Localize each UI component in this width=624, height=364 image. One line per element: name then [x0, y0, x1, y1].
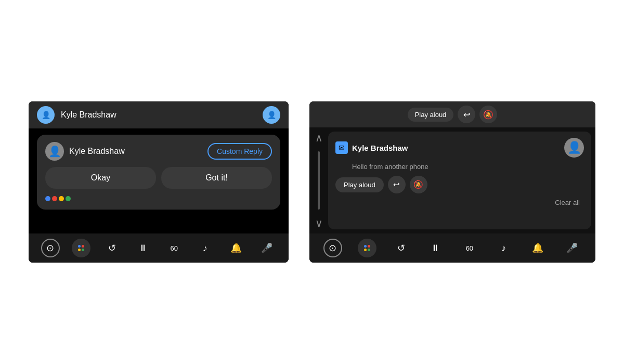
podcasts-button-left[interactable] [72, 239, 90, 257]
back-button-left[interactable]: ↺ [103, 239, 122, 257]
pd-green-r [368, 249, 370, 251]
dot-blue [45, 196, 50, 201]
bottom-nav-right: ⊙ ↺ ⏸ 60 ♪ 🔔 🎤 [309, 233, 595, 263]
music-button-left[interactable]: ♪ [196, 239, 214, 257]
pd-green [82, 249, 84, 251]
pause-button-right[interactable]: ⏸ [426, 239, 445, 257]
notification-card: 👤 Kyle Bradshaw Custom Reply Okay Got it… [37, 135, 280, 210]
dot-red [52, 196, 57, 201]
notif-avatar: 👤 [564, 138, 584, 158]
pause-button-left[interactable]: ⏸ [134, 239, 152, 257]
podcasts-icon-left [78, 245, 84, 251]
top-bar-left: 👤 Kyle Bradshaw 👤 [29, 101, 289, 128]
reply-buttons: Okay Got it! [45, 167, 272, 189]
mute-notif-button[interactable]: 🔕 [410, 176, 427, 193]
pd-yellow-r [364, 249, 367, 251]
forward-button-left[interactable]: 60 [165, 239, 184, 257]
play-aloud-notif-button[interactable]: Play aloud [335, 177, 384, 192]
mic-button-left[interactable]: 🎤 [257, 239, 276, 257]
back-button-right[interactable]: ↺ [392, 239, 410, 257]
card-avatar: 👤 [45, 142, 64, 161]
podcasts-icon-right [364, 245, 370, 251]
play-aloud-top-button[interactable]: Play aloud [408, 108, 454, 122]
card-name: Kyle Bradshaw [69, 147, 125, 156]
message-icon: ✉ [335, 141, 348, 154]
clear-all-row: Clear all [335, 199, 584, 206]
scrollbar[interactable] [318, 151, 320, 210]
top-section-right: Play aloud ↩ 🔕 [309, 101, 595, 127]
home-button-right[interactable]: ⊙ [323, 239, 342, 257]
custom-reply-button[interactable]: Custom Reply [207, 143, 272, 160]
mute-top-button[interactable]: 🔕 [479, 106, 497, 123]
right-content: ∧ ∨ ✉ Kyle Bradshaw 👤 Hello from another… [309, 127, 595, 233]
chevron-down-button[interactable]: ∨ [315, 217, 323, 229]
clear-all-button[interactable]: Clear all [555, 199, 580, 206]
pd-red [82, 245, 84, 248]
got-it-button[interactable]: Got it! [161, 167, 272, 189]
avatar-right-circle: 👤 [263, 106, 280, 124]
notif-header-right: ✉ Kyle Bradshaw 👤 [335, 138, 584, 158]
left-panel: 👤 Kyle Bradshaw 👤 👤 Kyle Bradshaw Custom… [29, 101, 289, 263]
okay-button[interactable]: Okay [45, 167, 156, 189]
chevron-col: ∧ ∨ [309, 127, 328, 233]
google-assistant-logo [45, 196, 272, 201]
reply-notif-button[interactable]: ↩ [388, 176, 406, 193]
chevron-up-button[interactable]: ∧ [315, 132, 323, 144]
podcasts-button-right[interactable] [358, 239, 376, 257]
card-header: 👤 Kyle Bradshaw Custom Reply [45, 142, 272, 161]
card-header-left: 👤 Kyle Bradshaw [45, 142, 125, 161]
forward-button-right[interactable]: 60 [460, 239, 479, 257]
notif-name: Kyle Bradshaw [352, 144, 408, 152]
notification-card-right: ✉ Kyle Bradshaw 👤 Hello from another pho… [328, 132, 591, 229]
pd-red-r [368, 245, 370, 248]
top-bar-name: Kyle Bradshaw [61, 110, 116, 120]
right-panel: Play aloud ↩ 🔕 ∧ ∨ ✉ Kyle Bradshaw 👤 Hel… [309, 101, 595, 263]
bottom-nav-left: ⊙ ↺ ⏸ 60 ♪ 🔔 🎤 [29, 233, 289, 263]
pd-blue-r [364, 245, 367, 248]
bell-button-left[interactable]: 🔔 [227, 239, 245, 257]
notif-actions: Play aloud ↩ 🔕 [335, 176, 584, 193]
avatar-top-right: 👤 [263, 106, 280, 124]
dot-green [66, 196, 71, 201]
reply-top-button[interactable]: ↩ [458, 106, 475, 123]
avatar-top-left: 👤 [37, 106, 55, 124]
notif-message: Hello from another phone [335, 163, 584, 171]
mic-button-right[interactable]: 🎤 [563, 239, 581, 257]
music-button-right[interactable]: ♪ [495, 239, 513, 257]
home-button-left[interactable]: ⊙ [41, 239, 60, 257]
dot-yellow [59, 196, 64, 201]
notif-header-left: ✉ Kyle Bradshaw [335, 141, 408, 154]
pd-yellow [78, 249, 81, 251]
bell-button-right[interactable]: 🔔 [528, 239, 547, 257]
pd-blue [78, 245, 81, 248]
